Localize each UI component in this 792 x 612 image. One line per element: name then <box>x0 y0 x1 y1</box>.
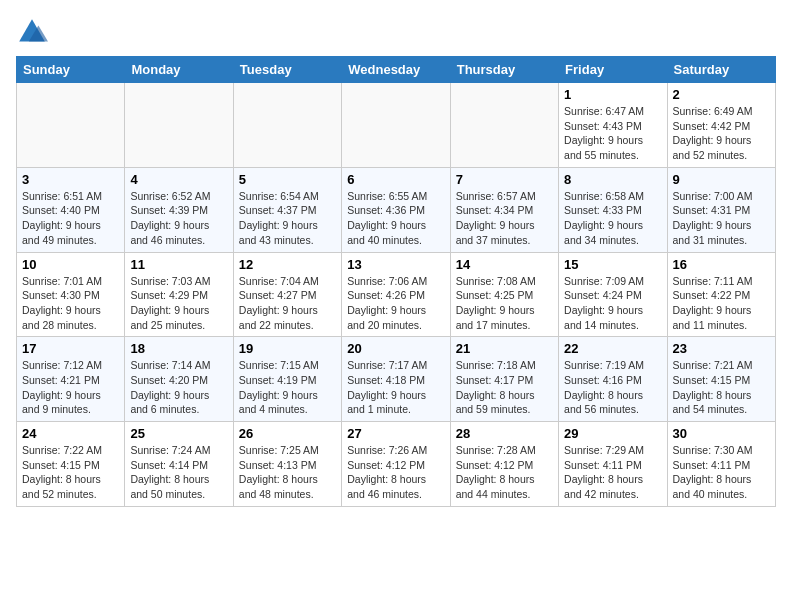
day-info: Sunrise: 6:55 AM Sunset: 4:36 PM Dayligh… <box>347 189 444 248</box>
day-info: Sunrise: 7:19 AM Sunset: 4:16 PM Dayligh… <box>564 358 661 417</box>
calendar-week-row: 3Sunrise: 6:51 AM Sunset: 4:40 PM Daylig… <box>17 167 776 252</box>
logo <box>16 16 52 48</box>
day-info: Sunrise: 7:01 AM Sunset: 4:30 PM Dayligh… <box>22 274 119 333</box>
day-info: Sunrise: 7:04 AM Sunset: 4:27 PM Dayligh… <box>239 274 336 333</box>
day-info: Sunrise: 7:03 AM Sunset: 4:29 PM Dayligh… <box>130 274 227 333</box>
calendar-day-cell: 19Sunrise: 7:15 AM Sunset: 4:19 PM Dayli… <box>233 337 341 422</box>
calendar-day-cell: 18Sunrise: 7:14 AM Sunset: 4:20 PM Dayli… <box>125 337 233 422</box>
day-number: 29 <box>564 426 661 441</box>
calendar-day-cell: 24Sunrise: 7:22 AM Sunset: 4:15 PM Dayli… <box>17 422 125 507</box>
calendar-day-cell: 27Sunrise: 7:26 AM Sunset: 4:12 PM Dayli… <box>342 422 450 507</box>
day-number: 25 <box>130 426 227 441</box>
calendar-day-cell: 30Sunrise: 7:30 AM Sunset: 4:11 PM Dayli… <box>667 422 775 507</box>
calendar-day-cell <box>125 83 233 168</box>
calendar-day-cell: 15Sunrise: 7:09 AM Sunset: 4:24 PM Dayli… <box>559 252 667 337</box>
calendar-week-row: 24Sunrise: 7:22 AM Sunset: 4:15 PM Dayli… <box>17 422 776 507</box>
day-number: 23 <box>673 341 770 356</box>
day-info: Sunrise: 7:22 AM Sunset: 4:15 PM Dayligh… <box>22 443 119 502</box>
day-info: Sunrise: 6:57 AM Sunset: 4:34 PM Dayligh… <box>456 189 553 248</box>
calendar-day-cell <box>233 83 341 168</box>
day-info: Sunrise: 6:54 AM Sunset: 4:37 PM Dayligh… <box>239 189 336 248</box>
day-info: Sunrise: 7:30 AM Sunset: 4:11 PM Dayligh… <box>673 443 770 502</box>
day-number: 3 <box>22 172 119 187</box>
calendar-day-cell: 29Sunrise: 7:29 AM Sunset: 4:11 PM Dayli… <box>559 422 667 507</box>
calendar-day-cell: 8Sunrise: 6:58 AM Sunset: 4:33 PM Daylig… <box>559 167 667 252</box>
day-number: 6 <box>347 172 444 187</box>
calendar-day-cell: 14Sunrise: 7:08 AM Sunset: 4:25 PM Dayli… <box>450 252 558 337</box>
calendar-day-cell: 2Sunrise: 6:49 AM Sunset: 4:42 PM Daylig… <box>667 83 775 168</box>
day-info: Sunrise: 7:17 AM Sunset: 4:18 PM Dayligh… <box>347 358 444 417</box>
day-number: 18 <box>130 341 227 356</box>
day-number: 26 <box>239 426 336 441</box>
day-info: Sunrise: 7:28 AM Sunset: 4:12 PM Dayligh… <box>456 443 553 502</box>
day-number: 21 <box>456 341 553 356</box>
day-number: 16 <box>673 257 770 272</box>
day-info: Sunrise: 7:14 AM Sunset: 4:20 PM Dayligh… <box>130 358 227 417</box>
calendar-day-cell: 17Sunrise: 7:12 AM Sunset: 4:21 PM Dayli… <box>17 337 125 422</box>
day-number: 1 <box>564 87 661 102</box>
calendar-day-cell: 10Sunrise: 7:01 AM Sunset: 4:30 PM Dayli… <box>17 252 125 337</box>
day-number: 11 <box>130 257 227 272</box>
weekday-header: Thursday <box>450 57 558 83</box>
day-number: 28 <box>456 426 553 441</box>
calendar-day-cell: 13Sunrise: 7:06 AM Sunset: 4:26 PM Dayli… <box>342 252 450 337</box>
weekday-header: Tuesday <box>233 57 341 83</box>
calendar-day-cell <box>450 83 558 168</box>
day-info: Sunrise: 7:00 AM Sunset: 4:31 PM Dayligh… <box>673 189 770 248</box>
weekday-header: Wednesday <box>342 57 450 83</box>
calendar-day-cell: 9Sunrise: 7:00 AM Sunset: 4:31 PM Daylig… <box>667 167 775 252</box>
calendar-day-cell: 25Sunrise: 7:24 AM Sunset: 4:14 PM Dayli… <box>125 422 233 507</box>
weekday-header: Saturday <box>667 57 775 83</box>
day-number: 8 <box>564 172 661 187</box>
day-number: 4 <box>130 172 227 187</box>
calendar-week-row: 17Sunrise: 7:12 AM Sunset: 4:21 PM Dayli… <box>17 337 776 422</box>
day-number: 14 <box>456 257 553 272</box>
day-number: 7 <box>456 172 553 187</box>
day-info: Sunrise: 7:26 AM Sunset: 4:12 PM Dayligh… <box>347 443 444 502</box>
calendar-week-row: 1Sunrise: 6:47 AM Sunset: 4:43 PM Daylig… <box>17 83 776 168</box>
day-info: Sunrise: 7:25 AM Sunset: 4:13 PM Dayligh… <box>239 443 336 502</box>
day-info: Sunrise: 7:06 AM Sunset: 4:26 PM Dayligh… <box>347 274 444 333</box>
calendar-day-cell: 3Sunrise: 6:51 AM Sunset: 4:40 PM Daylig… <box>17 167 125 252</box>
calendar-day-cell <box>342 83 450 168</box>
calendar-table: SundayMondayTuesdayWednesdayThursdayFrid… <box>16 56 776 507</box>
day-info: Sunrise: 6:49 AM Sunset: 4:42 PM Dayligh… <box>673 104 770 163</box>
calendar-week-row: 10Sunrise: 7:01 AM Sunset: 4:30 PM Dayli… <box>17 252 776 337</box>
day-info: Sunrise: 7:11 AM Sunset: 4:22 PM Dayligh… <box>673 274 770 333</box>
day-number: 20 <box>347 341 444 356</box>
day-info: Sunrise: 7:09 AM Sunset: 4:24 PM Dayligh… <box>564 274 661 333</box>
page-header <box>16 16 776 48</box>
weekday-header: Monday <box>125 57 233 83</box>
day-number: 5 <box>239 172 336 187</box>
weekday-header: Friday <box>559 57 667 83</box>
day-info: Sunrise: 7:08 AM Sunset: 4:25 PM Dayligh… <box>456 274 553 333</box>
calendar-day-cell: 7Sunrise: 6:57 AM Sunset: 4:34 PM Daylig… <box>450 167 558 252</box>
day-info: Sunrise: 7:29 AM Sunset: 4:11 PM Dayligh… <box>564 443 661 502</box>
calendar-day-cell: 22Sunrise: 7:19 AM Sunset: 4:16 PM Dayli… <box>559 337 667 422</box>
day-info: Sunrise: 6:51 AM Sunset: 4:40 PM Dayligh… <box>22 189 119 248</box>
calendar-day-cell: 23Sunrise: 7:21 AM Sunset: 4:15 PM Dayli… <box>667 337 775 422</box>
day-number: 15 <box>564 257 661 272</box>
day-number: 13 <box>347 257 444 272</box>
day-number: 30 <box>673 426 770 441</box>
calendar-day-cell: 5Sunrise: 6:54 AM Sunset: 4:37 PM Daylig… <box>233 167 341 252</box>
day-number: 24 <box>22 426 119 441</box>
day-number: 2 <box>673 87 770 102</box>
day-number: 22 <box>564 341 661 356</box>
weekday-header: Sunday <box>17 57 125 83</box>
day-info: Sunrise: 7:21 AM Sunset: 4:15 PM Dayligh… <box>673 358 770 417</box>
calendar-day-cell: 16Sunrise: 7:11 AM Sunset: 4:22 PM Dayli… <box>667 252 775 337</box>
day-number: 12 <box>239 257 336 272</box>
day-info: Sunrise: 6:58 AM Sunset: 4:33 PM Dayligh… <box>564 189 661 248</box>
calendar-header-row: SundayMondayTuesdayWednesdayThursdayFrid… <box>17 57 776 83</box>
day-info: Sunrise: 6:47 AM Sunset: 4:43 PM Dayligh… <box>564 104 661 163</box>
calendar-day-cell: 6Sunrise: 6:55 AM Sunset: 4:36 PM Daylig… <box>342 167 450 252</box>
day-number: 19 <box>239 341 336 356</box>
calendar-day-cell: 11Sunrise: 7:03 AM Sunset: 4:29 PM Dayli… <box>125 252 233 337</box>
day-info: Sunrise: 7:18 AM Sunset: 4:17 PM Dayligh… <box>456 358 553 417</box>
calendar-day-cell: 12Sunrise: 7:04 AM Sunset: 4:27 PM Dayli… <box>233 252 341 337</box>
day-info: Sunrise: 6:52 AM Sunset: 4:39 PM Dayligh… <box>130 189 227 248</box>
calendar-day-cell: 20Sunrise: 7:17 AM Sunset: 4:18 PM Dayli… <box>342 337 450 422</box>
calendar-day-cell: 26Sunrise: 7:25 AM Sunset: 4:13 PM Dayli… <box>233 422 341 507</box>
calendar-day-cell: 1Sunrise: 6:47 AM Sunset: 4:43 PM Daylig… <box>559 83 667 168</box>
